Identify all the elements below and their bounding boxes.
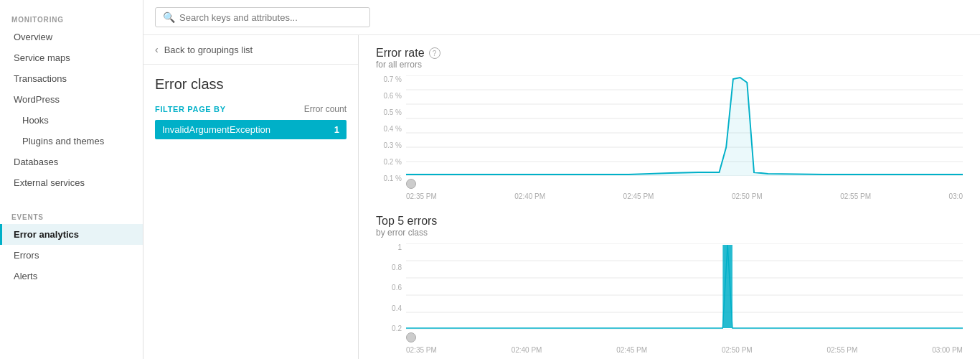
sidebar-item-service-maps[interactable]: Service maps xyxy=(0,47,143,68)
main-content: 🔍 ‹ Back to groupings list Error class F… xyxy=(143,0,980,359)
top5-chart-area xyxy=(406,243,963,345)
sidebar-item-databases[interactable]: Databases xyxy=(0,151,143,172)
error-rate-chart-area xyxy=(406,75,963,191)
filter-item-name: InvalidArgumentException xyxy=(162,124,270,135)
error-count-label: Error count xyxy=(304,104,347,114)
search-box[interactable]: 🔍 xyxy=(155,7,370,27)
top5-subtitle: by error class xyxy=(376,228,963,238)
top5-toggle[interactable] xyxy=(406,332,416,342)
error-rate-subtitle: for all errors xyxy=(376,60,963,70)
error-rate-x-axis: 02:35 PM 02:40 PM 02:45 PM 02:50 PM 02:5… xyxy=(406,192,963,200)
filter-header: FILTER PAGE BY Error count xyxy=(155,104,347,114)
top5-y-axis: 1 0.8 0.6 0.4 0.2 xyxy=(376,243,406,345)
help-icon[interactable]: ? xyxy=(429,47,440,59)
top5-title: Top 5 errors xyxy=(376,215,963,228)
left-panel: ‹ Back to groupings list Error class FIL… xyxy=(143,35,359,359)
sidebar-item-external-services[interactable]: External services xyxy=(0,172,143,193)
left-inner: Error class FILTER PAGE BY Error count I… xyxy=(143,65,358,359)
error-rate-chart-container: 0.7 % 0.6 % 0.5 % 0.4 % 0.3 % 0.2 % 0.1 … xyxy=(376,75,963,191)
right-panel: Error rate ? for all errors 0.7 % 0.6 % … xyxy=(359,35,980,359)
top5-errors-section: Top 5 errors by error class 1 0.8 0.6 0.… xyxy=(376,215,963,354)
sidebar-item-hooks[interactable]: Hooks xyxy=(0,110,143,131)
top5-chart-container: 1 0.8 0.6 0.4 0.2 xyxy=(376,243,963,345)
sidebar-item-errors[interactable]: Errors xyxy=(0,245,143,266)
sidebar-item-alerts[interactable]: Alerts xyxy=(0,266,143,286)
sidebar-item-transactions[interactable]: Transactions xyxy=(0,68,143,89)
search-icon: 🔍 xyxy=(163,11,175,23)
top5-x-axis: 02:35 PM 02:40 PM 02:45 PM 02:50 PM 02:5… xyxy=(406,346,963,354)
events-section-label: EVENTS xyxy=(0,205,143,224)
svg-rect-15 xyxy=(722,245,732,328)
error-rate-section: Error rate ? for all errors 0.7 % 0.6 % … xyxy=(376,47,963,200)
filter-page-by-label: FILTER PAGE BY xyxy=(155,105,226,113)
sidebar-item-plugins-themes[interactable]: Plugins and themes xyxy=(0,131,143,151)
back-arrow-icon: ‹ xyxy=(155,44,159,55)
filter-row-item[interactable]: InvalidArgumentException 1 xyxy=(155,120,347,139)
sidebar-item-wordpress[interactable]: WordPress xyxy=(0,89,143,110)
topbar: 🔍 xyxy=(143,0,980,35)
error-rate-y-axis: 0.7 % 0.6 % 0.5 % 0.4 % 0.3 % 0.2 % 0.1 … xyxy=(376,75,406,191)
sidebar-item-overview[interactable]: Overview xyxy=(0,27,143,47)
filter-item-count: 1 xyxy=(334,124,339,135)
error-class-title: Error class xyxy=(155,76,347,93)
svg-marker-8 xyxy=(406,78,963,176)
sidebar: MONITORING Overview Service maps Transac… xyxy=(0,0,143,359)
monitoring-section-label: MONITORING xyxy=(0,7,143,27)
error-rate-toggle[interactable] xyxy=(406,179,416,189)
sidebar-item-error-analytics[interactable]: Error analytics xyxy=(0,224,143,245)
search-input[interactable] xyxy=(179,12,362,23)
error-rate-title: Error rate ? xyxy=(376,47,963,60)
back-button[interactable]: ‹ Back to groupings list xyxy=(143,35,358,65)
content-area: ‹ Back to groupings list Error class FIL… xyxy=(143,35,980,359)
